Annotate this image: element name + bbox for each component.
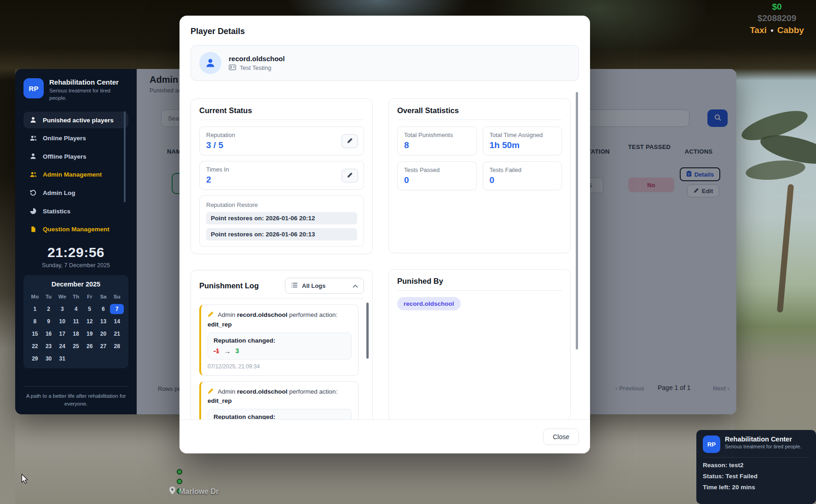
log-filter-dropdown[interactable]: All Logs [285, 278, 364, 294]
sidebar-item-question-management[interactable]: Question Management [23, 221, 128, 237]
calendar-day-24[interactable]: 24 [55, 341, 69, 351]
calendar-day-14[interactable]: 14 [110, 316, 124, 326]
sidebar-scrollbar[interactable] [124, 111, 126, 202]
person-icon [29, 116, 37, 124]
close-button[interactable]: Close [543, 429, 579, 445]
calendar-day-8[interactable]: 8 [28, 316, 42, 326]
calendar-day-9[interactable]: 9 [42, 316, 56, 326]
overall-statistics-panel: Overall Statistics Total Punishments 8 T… [388, 98, 571, 253]
calendar-day-16[interactable]: 16 [42, 329, 56, 339]
modal-scrollbar[interactable] [576, 92, 578, 349]
sidebar-item-label: Statistics [43, 208, 70, 215]
log-filter-value: All Logs [302, 282, 348, 289]
calendar-day-1[interactable]: 1 [28, 304, 42, 314]
current-status-panel: Current Status Reputation 3 / 5 Times In… [191, 98, 373, 254]
calendar-day-19[interactable]: 19 [83, 329, 97, 339]
punishment-status-card: RP Rehabilitation Center Serious treatme… [696, 430, 816, 504]
id-card-icon [229, 64, 236, 72]
sidebar-item-admin-log[interactable]: Admin Log [23, 184, 128, 201]
modal-footer: Close [179, 419, 590, 453]
brand-logo: RP [703, 435, 720, 453]
log-action-name: edit_rep [208, 321, 352, 328]
pie-chart-icon [29, 207, 37, 215]
calendar-day-5[interactable]: 5 [83, 304, 97, 314]
stat-tests-passed: Tests Passed 0 [397, 161, 477, 190]
calendar-day-26[interactable]: 26 [83, 341, 97, 351]
log-entry: Admin record.oldschool performed action:… [199, 381, 359, 419]
punishment-log-panel: Punishment Log All Logs A [191, 270, 373, 419]
calendar-weekday: Fr [83, 292, 97, 302]
card-subtitle: Serious treatment for tired people. [725, 444, 801, 449]
log-change-box: Reputation changed: [208, 409, 352, 419]
stat-total-punishments: Total Punishments 8 [397, 126, 477, 155]
times-in-stat: Times In 2 [199, 161, 364, 190]
reason-row: Reason: test2 [703, 462, 810, 469]
calendar-day-12[interactable]: 12 [83, 316, 97, 326]
calendar-day-25[interactable]: 25 [69, 341, 83, 351]
clock: 21:29:56 Sunday, 7 December 2025 [23, 245, 128, 269]
calendar-month: December 2025 [28, 281, 124, 288]
calendar-day-10[interactable]: 10 [55, 316, 69, 326]
log-entry: Admin record.oldschool performed action:… [199, 304, 359, 376]
calendar-day-28[interactable]: 28 [110, 341, 124, 351]
new-value: 3 [235, 347, 239, 355]
sidebar-item-label: Punished active players [43, 117, 114, 124]
calendar-day-7[interactable]: 7 [110, 304, 124, 314]
pencil-icon [208, 311, 214, 320]
edit-reputation-button[interactable] [341, 134, 358, 148]
calendar-day-18[interactable]: 18 [69, 329, 83, 339]
sidebar-item-punished-active-players[interactable]: Punished active players [23, 112, 128, 128]
sidebar-item-online-players[interactable]: Online Players [23, 130, 128, 146]
punishment-log-title: Punishment Log [199, 281, 259, 290]
edit-times-in-button[interactable] [341, 169, 358, 183]
calendar-day-30[interactable]: 30 [42, 354, 56, 364]
chevron-up-icon [353, 282, 358, 289]
log-timestamp: 07/12/2025, 21:09:34 [208, 363, 352, 370]
sidebar-item-offline-players[interactable]: Offline Players [23, 148, 128, 165]
calendar-day-13[interactable]: 13 [97, 316, 110, 326]
brand-logo: RP [23, 78, 44, 98]
calendar-weekday: Mo [28, 292, 42, 302]
calendar-day-11[interactable]: 11 [69, 316, 83, 326]
calendar-day-22[interactable]: 22 [28, 341, 42, 351]
current-status-title: Current Status [199, 106, 364, 120]
player-card: record.oldschool Test Testing [191, 45, 579, 81]
calendar-day-15[interactable]: 15 [28, 329, 42, 339]
log-action-name: edit_rep [208, 397, 352, 404]
brand: RP Rehabilitation Center Serious treatme… [23, 78, 128, 102]
sidebar-item-label: Admin Management [43, 171, 102, 178]
overall-statistics-title: Overall Statistics [397, 106, 562, 120]
map-pin-icon [169, 487, 175, 496]
calendar-day-23[interactable]: 23 [42, 341, 56, 351]
calendar-day-17[interactable]: 17 [55, 329, 69, 339]
street-label: Marlowe Dr [169, 487, 219, 496]
log-change-box: Reputation changed: -1 → 3 [208, 332, 352, 360]
calendar-day-31[interactable]: 31 [55, 354, 69, 364]
pencil-icon [208, 388, 214, 397]
log-scrollbar[interactable] [366, 303, 369, 359]
calendar-weekday: Th [69, 292, 83, 302]
calendar-day-3[interactable]: 3 [55, 304, 69, 314]
calendar-day-27[interactable]: 27 [97, 341, 110, 351]
stat-total-time-assigned: Total Time Assigned 1h 50m [483, 126, 562, 155]
users-icon [29, 135, 37, 142]
card-title: Rehabilitation Center [725, 435, 801, 443]
calendar-day-20[interactable]: 20 [97, 329, 110, 339]
calendar-weekday: Su [110, 292, 124, 302]
calendar-day-6[interactable]: 6 [97, 304, 110, 314]
time-left-row: Time left: 20 mins [703, 484, 810, 491]
calendar-day-2[interactable]: 2 [42, 304, 56, 314]
sidebar-item-admin-management[interactable]: Admin Management [23, 166, 128, 183]
calendar-day-29[interactable]: 29 [28, 354, 42, 364]
restore-row: Point restores on: 2026-01-06 20:13 [206, 228, 357, 241]
calendar-day-21[interactable]: 21 [110, 329, 124, 339]
sidebar-item-statistics[interactable]: Statistics [23, 203, 128, 219]
street-name: Marlowe Dr [179, 487, 219, 496]
calendar-day-4[interactable]: 4 [69, 304, 83, 314]
mouse-cursor-icon [21, 474, 29, 486]
player-id-label: Test Testing [240, 64, 271, 71]
document-icon [29, 226, 37, 233]
status-row: Status: Test Failed [703, 473, 810, 480]
job-separator-dot [771, 29, 773, 32]
log-admin-name: record.oldschool [237, 311, 288, 318]
